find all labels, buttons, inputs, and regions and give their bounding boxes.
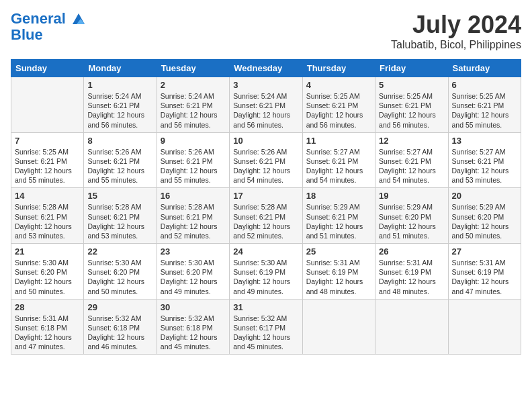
day-number: 31 — [233, 302, 298, 312]
day-number: 25 — [306, 246, 371, 257]
page-header: General Blue July 2024 Talubatib, Bicol,… — [11, 11, 521, 51]
calendar-cell — [11, 77, 84, 133]
day-info: Sunrise: 5:26 AMSunset: 6:21 PMDaylight:… — [233, 147, 298, 185]
day-info: Sunrise: 5:25 AMSunset: 6:21 PMDaylight:… — [379, 91, 444, 130]
calendar-table: SundayMondayTuesdayWednesdayThursdayFrid… — [11, 59, 521, 355]
day-info: Sunrise: 5:28 AMSunset: 6:21 PMDaylight:… — [87, 202, 152, 240]
day-info: Sunrise: 5:30 AMSunset: 6:20 PMDaylight:… — [161, 258, 226, 296]
day-info: Sunrise: 5:30 AMSunset: 6:20 PMDaylight:… — [15, 258, 80, 296]
weekday-header-wednesday: Wednesday — [230, 60, 302, 77]
day-info: Sunrise: 5:31 AMSunset: 6:19 PMDaylight:… — [306, 258, 371, 296]
day-info: Sunrise: 5:24 AMSunset: 6:21 PMDaylight:… — [87, 91, 152, 130]
day-info: Sunrise: 5:32 AMSunset: 6:18 PMDaylight:… — [87, 314, 152, 352]
calendar-cell: 2 Sunrise: 5:24 AMSunset: 6:21 PMDayligh… — [157, 77, 229, 133]
calendar-cell: 23 Sunrise: 5:30 AMSunset: 6:20 PMDaylig… — [157, 244, 229, 300]
day-info: Sunrise: 5:25 AMSunset: 6:21 PMDaylight:… — [306, 91, 371, 130]
calendar-week-row: 21 Sunrise: 5:30 AMSunset: 6:20 PMDaylig… — [11, 244, 521, 300]
day-info: Sunrise: 5:32 AMSunset: 6:17 PMDaylight:… — [233, 314, 298, 352]
calendar-week-row: 14 Sunrise: 5:28 AMSunset: 6:21 PMDaylig… — [11, 188, 521, 244]
day-number: 22 — [87, 246, 152, 257]
day-info: Sunrise: 5:27 AMSunset: 6:21 PMDaylight:… — [306, 147, 371, 185]
calendar-cell: 3 Sunrise: 5:24 AMSunset: 6:21 PMDayligh… — [230, 77, 302, 133]
calendar-cell: 31 Sunrise: 5:32 AMSunset: 6:17 PMDaylig… — [230, 299, 302, 355]
calendar-cell — [448, 299, 521, 355]
weekday-header-sunday: Sunday — [11, 60, 84, 77]
calendar-cell: 21 Sunrise: 5:30 AMSunset: 6:20 PMDaylig… — [11, 244, 84, 300]
day-number: 7 — [15, 136, 80, 146]
calendar-cell: 24 Sunrise: 5:30 AMSunset: 6:19 PMDaylig… — [230, 244, 302, 300]
calendar-cell: 9 Sunrise: 5:26 AMSunset: 6:21 PMDayligh… — [157, 132, 229, 188]
title-block: July 2024 Talubatib, Bicol, Philippines — [391, 11, 521, 51]
day-info: Sunrise: 5:26 AMSunset: 6:21 PMDaylight:… — [161, 147, 226, 185]
day-number: 19 — [379, 191, 444, 201]
day-info: Sunrise: 5:28 AMSunset: 6:21 PMDaylight:… — [161, 202, 226, 240]
calendar-cell: 10 Sunrise: 5:26 AMSunset: 6:21 PMDaylig… — [230, 132, 302, 188]
day-number: 29 — [87, 302, 152, 312]
calendar-cell: 28 Sunrise: 5:31 AMSunset: 6:18 PMDaylig… — [11, 299, 84, 355]
logo-blue: Blue — [11, 27, 86, 43]
month-title: July 2024 — [391, 11, 521, 39]
calendar-cell: 6 Sunrise: 5:25 AMSunset: 6:21 PMDayligh… — [448, 77, 521, 133]
day-info: Sunrise: 5:30 AMSunset: 6:20 PMDaylight:… — [87, 258, 152, 296]
calendar-cell: 30 Sunrise: 5:32 AMSunset: 6:18 PMDaylig… — [157, 299, 229, 355]
calendar-cell: 12 Sunrise: 5:27 AMSunset: 6:21 PMDaylig… — [375, 132, 448, 188]
day-number: 6 — [452, 80, 517, 90]
day-info: Sunrise: 5:25 AMSunset: 6:21 PMDaylight:… — [452, 91, 517, 130]
day-number: 15 — [87, 191, 152, 201]
calendar-cell: 7 Sunrise: 5:25 AMSunset: 6:21 PMDayligh… — [11, 132, 84, 188]
day-number: 27 — [452, 246, 517, 257]
day-number: 8 — [87, 136, 152, 146]
day-number: 13 — [452, 136, 517, 146]
day-number: 30 — [161, 302, 226, 312]
calendar-cell — [302, 299, 375, 355]
calendar-cell: 26 Sunrise: 5:31 AMSunset: 6:19 PMDaylig… — [375, 244, 448, 300]
day-info: Sunrise: 5:27 AMSunset: 6:21 PMDaylight:… — [452, 147, 517, 185]
calendar-cell: 18 Sunrise: 5:29 AMSunset: 6:21 PMDaylig… — [302, 188, 375, 244]
day-number: 21 — [15, 246, 80, 257]
weekday-header-tuesday: Tuesday — [157, 60, 229, 77]
day-number: 12 — [379, 136, 444, 146]
day-info: Sunrise: 5:31 AMSunset: 6:18 PMDaylight:… — [15, 314, 80, 352]
day-info: Sunrise: 5:31 AMSunset: 6:19 PMDaylight:… — [452, 258, 517, 296]
logo: General Blue — [11, 11, 86, 43]
day-number: 1 — [87, 80, 152, 90]
day-number: 9 — [161, 136, 226, 146]
day-number: 26 — [379, 246, 444, 257]
calendar-cell: 25 Sunrise: 5:31 AMSunset: 6:19 PMDaylig… — [302, 244, 375, 300]
calendar-week-row: 7 Sunrise: 5:25 AMSunset: 6:21 PMDayligh… — [11, 132, 521, 188]
calendar-cell: 11 Sunrise: 5:27 AMSunset: 6:21 PMDaylig… — [302, 132, 375, 188]
day-info: Sunrise: 5:28 AMSunset: 6:21 PMDaylight:… — [15, 202, 80, 240]
logo-text: General — [11, 11, 86, 27]
day-number: 17 — [233, 191, 298, 201]
day-info: Sunrise: 5:32 AMSunset: 6:18 PMDaylight:… — [161, 314, 226, 352]
day-number: 20 — [452, 191, 517, 201]
day-info: Sunrise: 5:25 AMSunset: 6:21 PMDaylight:… — [15, 147, 80, 185]
day-number: 4 — [306, 80, 371, 90]
location-title: Talubatib, Bicol, Philippines — [391, 39, 521, 51]
calendar-cell: 15 Sunrise: 5:28 AMSunset: 6:21 PMDaylig… — [84, 188, 157, 244]
day-info: Sunrise: 5:24 AMSunset: 6:21 PMDaylight:… — [161, 91, 226, 130]
day-number: 3 — [233, 80, 298, 90]
calendar-cell — [375, 299, 448, 355]
calendar-cell: 8 Sunrise: 5:26 AMSunset: 6:21 PMDayligh… — [84, 132, 157, 188]
day-number: 14 — [15, 191, 80, 201]
day-info: Sunrise: 5:28 AMSunset: 6:21 PMDaylight:… — [233, 202, 298, 240]
weekday-header-friday: Friday — [375, 60, 448, 77]
day-number: 11 — [306, 136, 371, 146]
calendar-week-row: 1 Sunrise: 5:24 AMSunset: 6:21 PMDayligh… — [11, 77, 521, 133]
calendar-week-row: 28 Sunrise: 5:31 AMSunset: 6:18 PMDaylig… — [11, 299, 521, 355]
day-info: Sunrise: 5:27 AMSunset: 6:21 PMDaylight:… — [379, 147, 444, 185]
day-number: 23 — [161, 246, 226, 257]
calendar-cell: 17 Sunrise: 5:28 AMSunset: 6:21 PMDaylig… — [230, 188, 302, 244]
calendar-cell: 19 Sunrise: 5:29 AMSunset: 6:20 PMDaylig… — [375, 188, 448, 244]
calendar-cell: 13 Sunrise: 5:27 AMSunset: 6:21 PMDaylig… — [448, 132, 521, 188]
calendar-cell: 1 Sunrise: 5:24 AMSunset: 6:21 PMDayligh… — [84, 77, 157, 133]
day-info: Sunrise: 5:26 AMSunset: 6:21 PMDaylight:… — [87, 147, 152, 185]
day-info: Sunrise: 5:29 AMSunset: 6:20 PMDaylight:… — [379, 202, 444, 240]
day-info: Sunrise: 5:24 AMSunset: 6:21 PMDaylight:… — [233, 91, 298, 130]
day-info: Sunrise: 5:29 AMSunset: 6:20 PMDaylight:… — [452, 202, 517, 240]
day-info: Sunrise: 5:30 AMSunset: 6:19 PMDaylight:… — [233, 258, 298, 296]
weekday-header-monday: Monday — [84, 60, 157, 77]
calendar-cell: 22 Sunrise: 5:30 AMSunset: 6:20 PMDaylig… — [84, 244, 157, 300]
day-number: 10 — [233, 136, 298, 146]
